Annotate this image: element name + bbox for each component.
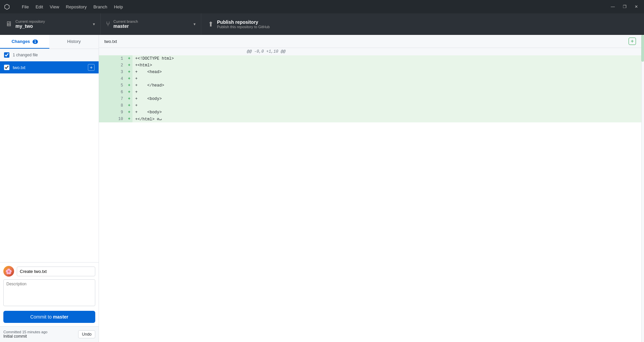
branch-icon: ⑂ (106, 20, 110, 28)
diff-code: + (132, 102, 641, 109)
last-commit-time: Committed 15 minutes ago (3, 330, 78, 334)
branch-label: Current branch (113, 19, 138, 23)
maximize-button[interactable]: ❐ (621, 4, 629, 10)
commit-summary-row: 🌸 (3, 266, 95, 277)
commit-description-input[interactable] (3, 279, 95, 306)
line-num-new: 6 (112, 89, 126, 96)
diff-code: +<!DOCTYPE html> (132, 55, 641, 62)
line-num-new: 3 (112, 69, 126, 75)
current-branch-section[interactable]: ⑂ Current branch master ▾ (101, 13, 201, 35)
diff-sign: + (126, 116, 132, 122)
changes-badge: 1 (33, 40, 38, 44)
minimize-button[interactable]: — (609, 4, 617, 10)
main-layout: Changes 1 History 1 changed file two.txt… (0, 35, 644, 342)
changed-files-header: 1 changed file (0, 49, 99, 61)
branch-name: master (113, 23, 138, 29)
repository-icon: 🖥 (5, 20, 12, 28)
diff-sign: + (126, 75, 132, 82)
window-controls: — ❐ ✕ (609, 4, 640, 10)
diff-add-icon[interactable]: + (629, 38, 636, 45)
publish-title: Publish repository (217, 19, 270, 25)
commit-section: 🌸 Commit to master (0, 262, 99, 326)
line-num-old (99, 102, 112, 109)
line-num-old (99, 75, 112, 82)
diff-hunk-label: @@ -0,0 +1,10 @@ (244, 48, 641, 55)
sidebar: Changes 1 History 1 changed file two.txt… (0, 35, 99, 342)
diff-sign: + (126, 55, 132, 62)
diff-code: +</html> ⊘↵ (132, 116, 641, 122)
publish-icon: ⬆ (208, 20, 214, 28)
select-all-checkbox[interactable] (4, 52, 9, 58)
diff-sign: + (126, 96, 132, 102)
table-row: 10++</html> ⊘↵ (99, 116, 641, 122)
menu-edit[interactable]: Edit (33, 3, 46, 11)
diff-sign: + (126, 62, 132, 69)
file-add-button[interactable]: + (88, 64, 95, 71)
menu-file[interactable]: File (19, 3, 32, 11)
line-num-new: 10 (112, 116, 126, 122)
diff-filename: two.txt (104, 39, 117, 44)
repo-label: Current repository (15, 19, 45, 23)
line-num-new: 8 (112, 102, 126, 109)
table-row: 3++ <head> (99, 69, 641, 75)
diff-sign: + (126, 89, 132, 96)
line-num-old (99, 109, 112, 116)
menu-branch[interactable]: Branch (91, 3, 110, 11)
menu-view[interactable]: View (47, 3, 62, 11)
right-scrollbar-strip[interactable] (641, 35, 644, 342)
diff-file-header: two.txt + (99, 35, 641, 48)
menu-bar: File Edit View Repository Branch Help (19, 3, 125, 11)
diff-sign: + (126, 109, 132, 116)
file-list: two.txt + (0, 61, 99, 262)
toolbar: 🖥 Current repository my_two ▾ ⑂ Current … (0, 13, 644, 35)
line-num-old (99, 96, 112, 102)
diff-code: + (132, 75, 641, 82)
line-num-new: 5 (112, 82, 126, 89)
table-row: 9++ <body> (99, 109, 641, 116)
title-bar-left: ⬡ File Edit View Repository Branch Help (4, 3, 125, 11)
diff-hunk-header: @@ -0,0 +1,10 @@ (99, 48, 641, 55)
diff-code: + <head> (132, 69, 641, 75)
line-num-old (99, 62, 112, 69)
title-bar: ⬡ File Edit View Repository Branch Help … (0, 0, 644, 13)
line-num-old (99, 89, 112, 96)
publish-repository-section[interactable]: ⬆ Publish repository Publish this reposi… (201, 13, 295, 35)
diff-code: + (132, 89, 641, 96)
diff-sign: + (126, 102, 132, 109)
commit-summary-input[interactable] (17, 267, 95, 276)
line-num-new: 1 (112, 55, 126, 62)
diff-code: +<html> (132, 62, 641, 69)
avatar: 🌸 (3, 266, 14, 277)
last-commit-row: Committed 15 minutes ago Initial commit … (0, 326, 99, 342)
diff-lines: 1++<!DOCTYPE html>2++<html>3++ <head>4++… (99, 55, 641, 122)
last-commit-title: Initial commit (3, 334, 78, 339)
diff-code: + <body> (132, 96, 641, 102)
menu-help[interactable]: Help (111, 3, 126, 11)
undo-button[interactable]: Undo (78, 330, 95, 338)
tab-changes[interactable]: Changes 1 (0, 35, 49, 49)
diff-code: + <body> (132, 109, 641, 116)
diff-code: + </head> (132, 82, 641, 89)
table-row: 2++<html> (99, 62, 641, 69)
line-num-old (99, 82, 112, 89)
diff-sign: + (126, 69, 132, 75)
table-row: 1++<!DOCTYPE html> (99, 55, 641, 62)
table-row: 6++ (99, 89, 641, 96)
table-row: 5++ </head> (99, 82, 641, 89)
diff-table: @@ -0,0 +1,10 @@ (99, 48, 641, 55)
branch-chevron-icon: ▾ (194, 22, 196, 26)
tab-history[interactable]: History (49, 35, 99, 49)
table-row: 8++ (99, 102, 641, 109)
repo-name: my_two (15, 23, 45, 29)
table-row: 7++ <body> (99, 96, 641, 102)
sidebar-tabs: Changes 1 History (0, 35, 99, 49)
list-item[interactable]: two.txt + (0, 61, 99, 73)
line-num-old (99, 69, 112, 75)
menu-repository[interactable]: Repository (63, 3, 89, 11)
line-num-new: 2 (112, 62, 126, 69)
line-num-old (99, 55, 112, 62)
file-checkbox[interactable] (4, 65, 9, 70)
commit-button[interactable]: Commit to master (3, 311, 95, 323)
current-repository-section[interactable]: 🖥 Current repository my_two ▾ (0, 13, 101, 35)
close-button[interactable]: ✕ (633, 4, 640, 10)
